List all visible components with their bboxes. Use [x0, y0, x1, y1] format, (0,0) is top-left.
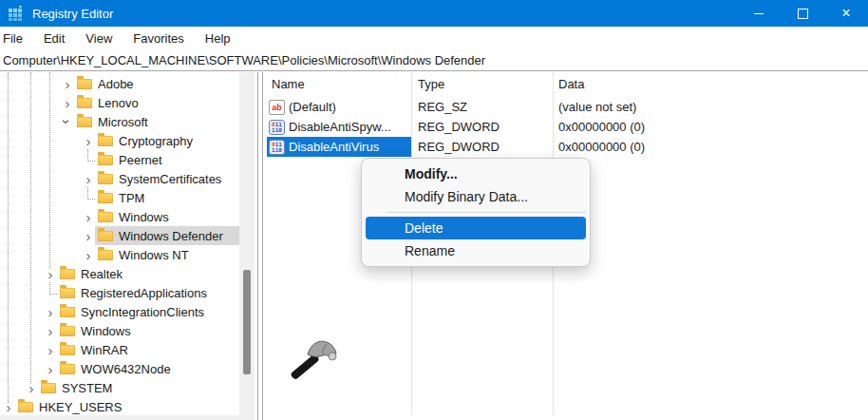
tree-item-registeredapplications[interactable]: RegisteredApplications [0, 283, 239, 302]
folder-icon [98, 231, 113, 241]
tree-item-label: Microsoft [98, 115, 148, 129]
value-name-cell[interactable]: 011110DisableAntiVirus [267, 137, 411, 157]
chevron-right-icon[interactable]: › [44, 361, 57, 376]
context-menu-item-rename[interactable]: Rename [362, 239, 590, 262]
minimize-button[interactable] [737, 0, 781, 27]
tree-item-tpm[interactable]: TPM [0, 188, 239, 207]
context-menu-item-modify-binary-data[interactable]: Modify Binary Data... [362, 185, 590, 208]
chevron-right-icon[interactable]: › [61, 76, 74, 91]
tree-item-label: SyncIntegrationClients [81, 305, 204, 319]
pane-splitter[interactable] [257, 72, 263, 420]
registry-editor-app-icon [8, 6, 23, 21]
chevron-right-icon[interactable]: › [82, 171, 95, 186]
tree-item-cryptography[interactable]: ›Cryptography [0, 131, 239, 150]
value-row-default[interactable]: ab(Default)REG_SZ(value not set) [264, 97, 868, 117]
menu-file[interactable]: File [0, 31, 33, 46]
folder-icon [60, 269, 75, 279]
value-name-cell[interactable]: ab(Default) [267, 97, 411, 117]
tree-item-peernet[interactable]: Peernet [0, 150, 239, 169]
folder-icon [98, 136, 113, 146]
tree-item-body[interactable]: SYSTEM [38, 378, 116, 397]
tree-connector [82, 152, 95, 167]
tree-item-label: TPM [119, 191, 144, 205]
window-title: Registry Editor [32, 7, 113, 21]
tree-horizontal-scrollbar[interactable] [0, 415, 255, 420]
chevron-right-icon[interactable]: › [2, 399, 15, 414]
tree-item-hkey-users[interactable]: ›HKEY_USERS [0, 397, 239, 415]
maximize-icon [798, 9, 808, 19]
tree-item-system[interactable]: ›SYSTEM [0, 378, 239, 397]
folder-icon [60, 288, 75, 298]
value-name-cell[interactable]: 011110DisableAntiSpyw... [267, 117, 411, 137]
tree-item-body-selected[interactable]: Windows Defender [95, 226, 239, 245]
menu-separator [387, 212, 586, 213]
dword-value-icon: 011110 [269, 120, 285, 135]
value-row-disableantivirus[interactable]: 011110DisableAntiVirusREG_DWORD0x0000000… [264, 137, 868, 157]
value-row-disableantispyw[interactable]: 011110DisableAntiSpyw...REG_DWORD0x00000… [264, 117, 868, 137]
tree-item-body[interactable]: Microsoft [74, 112, 152, 131]
value-data-label: 0x00000000 (0) [558, 140, 645, 154]
scrollbar-thumb[interactable] [243, 270, 251, 374]
tree-item-body[interactable]: RegisteredApplications [57, 283, 211, 302]
tree-item-adobe[interactable]: ›Adobe [0, 74, 239, 93]
tree-item-body[interactable]: HKEY_USERS [15, 397, 125, 415]
tree-item-body[interactable]: Lenovo [74, 93, 142, 112]
chevron-right-icon[interactable]: › [44, 266, 57, 281]
context-menu-item-delete[interactable]: Delete [366, 217, 586, 239]
chevron-right-icon[interactable]: › [82, 133, 95, 148]
chevron-right-icon[interactable]: › [25, 380, 38, 395]
context-menu: Modify...Modify Binary Data...DeleteRena… [361, 158, 591, 267]
tree-item-body[interactable]: Windows NT [95, 245, 193, 264]
tree-item-body[interactable]: TPM [95, 188, 148, 207]
string-value-icon: ab [269, 100, 285, 115]
address-bar[interactable]: Computer\HKEY_LOCAL_MACHINE\SOFTWARE\Pol… [0, 49, 868, 71]
menu-edit[interactable]: Edit [33, 31, 75, 46]
column-header-data[interactable]: Data [558, 77, 584, 91]
tree-item-label: HKEY_USERS [39, 400, 122, 414]
tree-item-body[interactable]: Cryptography [95, 131, 197, 150]
menu-view[interactable]: View [75, 31, 123, 46]
tree-item-winrar[interactable]: ›WinRAR [0, 340, 239, 359]
chevron-right-icon[interactable]: › [61, 95, 74, 110]
tree-item-body[interactable]: SystemCertificates [95, 169, 225, 188]
tree-item-windows[interactable]: ›Windows [0, 321, 239, 340]
tree-item-body[interactable]: SyncIntegrationClients [57, 302, 208, 321]
tree-item-body[interactable]: Peernet [95, 150, 166, 169]
chevron-right-icon[interactable]: › [82, 209, 95, 224]
tree-item-lenovo[interactable]: ›Lenovo [0, 93, 239, 112]
tree-item-wow6432node[interactable]: ›WOW6432Node [0, 359, 239, 378]
title-bar[interactable]: Registry Editor × [0, 0, 868, 27]
chevron-right-icon[interactable]: › [44, 304, 57, 319]
value-type-label: REG_SZ [418, 100, 467, 114]
chevron-right-icon[interactable]: › [44, 342, 57, 357]
tree-item-body[interactable]: Adobe [74, 74, 138, 93]
chevron-down-icon[interactable]: › [60, 115, 75, 128]
tree-item-syncintegrationclients[interactable]: ›SyncIntegrationClients [0, 302, 239, 321]
menu-help[interactable]: Help [195, 31, 241, 46]
menu-favorites[interactable]: Favorites [123, 31, 194, 46]
tree-item-label: Cryptography [119, 134, 193, 148]
context-menu-item-modify[interactable]: Modify... [362, 162, 590, 185]
chevron-right-icon[interactable]: › [82, 228, 95, 243]
tree-vertical-scrollbar[interactable] [239, 72, 255, 415]
tree-item-body[interactable]: Realtek [57, 264, 126, 283]
tree-item-windows-defender[interactable]: ›Windows Defender [0, 226, 239, 245]
tree-item-windows[interactable]: ›Windows [0, 207, 239, 226]
tree-connector [82, 190, 95, 205]
chevron-right-icon[interactable]: › [44, 323, 57, 338]
tree-item-body[interactable]: WOW6432Node [57, 359, 175, 378]
tree-item-microsoft[interactable]: ›Microsoft [0, 112, 239, 131]
value-type-label: REG_DWORD [418, 140, 500, 154]
tree-item-body[interactable]: Windows [57, 321, 135, 340]
tree-item-body[interactable]: WinRAR [57, 340, 132, 359]
column-header-name[interactable]: Name [272, 77, 305, 91]
tree-item-label: Windows [119, 210, 169, 224]
maximize-button[interactable] [781, 0, 824, 27]
chevron-right-icon[interactable]: › [82, 247, 95, 262]
tree-item-systemcertificates[interactable]: ›SystemCertificates [0, 169, 239, 188]
tree-item-realtek[interactable]: ›Realtek [0, 264, 239, 283]
tree-item-body[interactable]: Windows [95, 207, 173, 226]
tree-item-windows-nt[interactable]: ›Windows NT [0, 245, 239, 264]
close-button[interactable]: × [824, 0, 868, 27]
column-header-type[interactable]: Type [418, 77, 444, 91]
